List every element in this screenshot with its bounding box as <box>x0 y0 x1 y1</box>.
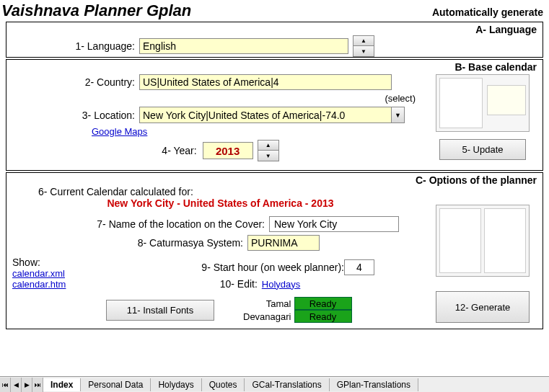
header-subtitle: Automatically generate <box>432 6 543 18</box>
cover-name-field[interactable]: New York City <box>269 216 399 232</box>
caturmasya-label: 8- Caturmasya System: <box>12 237 243 249</box>
year-field[interactable]: 2013 <box>203 142 253 159</box>
country-field[interactable]: US|United States of America|4 <box>139 74 392 90</box>
spinner-down[interactable]: ▼ <box>258 151 278 161</box>
language-field[interactable]: English <box>139 38 348 54</box>
caturmasya-field[interactable]: PURNIMA <box>247 235 320 251</box>
section-base-calendar: B- Base calendar 2- Country: US|United S… <box>6 59 543 171</box>
chevron-down-icon[interactable]: ▼ <box>391 107 404 122</box>
font-tamal-label: Tamal <box>266 298 291 309</box>
planner-thumbnail <box>436 205 530 277</box>
start-hour-label: 9- Start hour (on week planner): <box>92 262 344 273</box>
tab-next-icon[interactable]: ▶ <box>22 378 32 392</box>
tab-holydays[interactable]: Holydays <box>151 378 201 391</box>
tab-gplan-translations[interactable]: GPlan-Translations <box>330 378 418 391</box>
cover-name-label: 7- Name of the location on the Cover: <box>12 218 265 230</box>
spinner-down[interactable]: ▼ <box>353 46 374 56</box>
show-label: Show: <box>12 257 92 268</box>
devanagari-status: Ready <box>294 310 352 323</box>
calc-label: 6- Current Calendar calculated for: <box>38 186 429 197</box>
location-dropdown[interactable]: New York City|United States of America|-… <box>139 107 405 123</box>
country-label: 2- Country: <box>12 76 135 88</box>
app-title: Vaishnava Planner Gplan <box>1 1 191 20</box>
calendar-htm-link[interactable]: calendar.htm <box>12 279 66 290</box>
google-maps-link[interactable]: Google Maps <box>92 126 147 137</box>
edit-label: 10- Edit: <box>220 278 258 290</box>
tamal-status: Ready <box>294 297 352 310</box>
tab-first-icon[interactable]: ⏮ <box>0 378 11 392</box>
language-label: 1- Language: <box>12 40 135 52</box>
location-value: New York City|United States of America|-… <box>140 108 391 122</box>
select-hint: (select) <box>12 93 429 104</box>
install-fonts-button[interactable]: 11- Install Fonts <box>106 300 214 321</box>
section-options: C- Options of the planner 6- Current Cal… <box>6 172 543 329</box>
font-devanagari-label: Devanagari <box>243 311 291 322</box>
start-hour-field[interactable] <box>344 259 374 275</box>
year-label: 4- Year: <box>162 145 196 156</box>
spinner-up[interactable]: ▲ <box>353 36 374 46</box>
tab-nav-buttons[interactable]: ⏮ ◀ ▶ ⏭ <box>0 378 43 392</box>
generate-button[interactable]: 12- Generate <box>436 291 530 323</box>
calc-value: New York City - United States of America… <box>12 197 429 209</box>
sheet-tabs: ⏮ ◀ ▶ ⏭ Index Personal Data Holydays Quo… <box>0 376 549 392</box>
tab-last-icon[interactable]: ⏭ <box>32 378 43 392</box>
year-spinner[interactable]: ▲ ▼ <box>258 140 279 161</box>
update-button[interactable]: 5- Update <box>439 139 526 160</box>
holydays-link[interactable]: Holydays <box>262 279 300 290</box>
section-b-label: B- Base calendar <box>454 61 537 73</box>
tab-prev-icon[interactable]: ◀ <box>11 378 22 392</box>
language-spinner[interactable]: ▲ ▼ <box>353 35 374 57</box>
tab-index[interactable]: Index <box>43 378 81 391</box>
location-label: 3- Location: <box>12 110 135 121</box>
calendar-xml-link[interactable]: calendar.xml <box>12 268 65 279</box>
tab-personal-data[interactable]: Personal Data <box>81 378 151 391</box>
section-a-label: A- Language <box>475 24 537 35</box>
section-language: A- Language 1- Language: English ▲ ▼ <box>6 22 543 58</box>
section-c-label: C- Options of the planner <box>416 174 537 186</box>
tab-quotes[interactable]: Quotes <box>202 378 245 391</box>
calendar-thumbnail <box>436 74 530 132</box>
spinner-up[interactable]: ▲ <box>258 141 278 151</box>
tab-gcal-translations[interactable]: GCal-Translations <box>245 378 329 391</box>
